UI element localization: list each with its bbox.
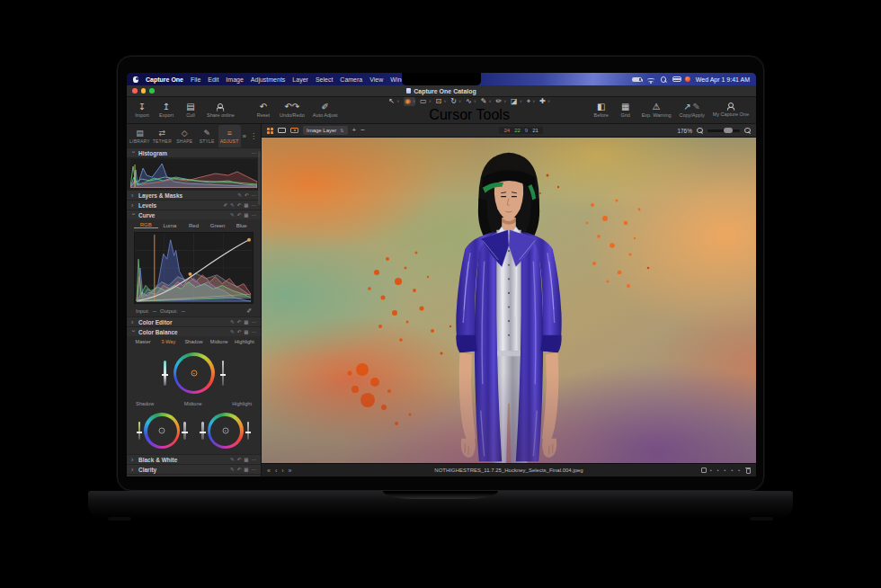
auto-adjust-button[interactable]: ✐ Auto Adjust — [313, 102, 338, 118]
layers-reset-icon[interactable]: ↶ — [245, 192, 249, 198]
menu-image[interactable]: Image — [226, 76, 243, 83]
menubar-clock[interactable]: Wed Apr 1 9:41 AM — [696, 76, 750, 83]
remove-layer-button[interactable]: − — [360, 127, 365, 134]
highlight-saturation-slider[interactable] — [201, 422, 204, 440]
straighten-tool[interactable]: ∿ — [466, 97, 476, 106]
apple-menu-icon[interactable] — [133, 76, 138, 83]
copy-apply-button[interactable]: ↗✎ Copy/Apply — [680, 102, 705, 118]
curve-graph[interactable] — [127, 230, 261, 306]
cb-tab-master[interactable]: Master — [130, 339, 156, 344]
my-capture-one-button[interactable]: My Capture One — [713, 102, 749, 117]
menu-file[interactable]: File — [191, 76, 200, 83]
levels-grid-icon[interactable]: ▦ — [244, 202, 248, 208]
panel-levels-header[interactable]: › Levels ✐ ✎ ↶ ▦ ⋯ — [127, 200, 261, 209]
panel-color-editor-header[interactable]: › Color Editor ✎ ↶ ▦ ⋯ — [127, 316, 261, 326]
sidebar-scrollbar[interactable] — [258, 151, 261, 205]
import-button[interactable]: ↧ Import — [134, 102, 150, 118]
color-balance-more-icon[interactable]: ⋯ — [252, 329, 257, 334]
single-view-icon[interactable] — [278, 128, 286, 134]
shadow-color-wheel[interactable] — [144, 413, 180, 449]
panel-color-balance-header[interactable]: › Color Balance ✎ ↶ ▦ ⋯ — [127, 326, 261, 336]
color-balance-grid-icon[interactable]: ▦ — [244, 329, 248, 334]
tab-tether[interactable]: ⇄ TETHER — [151, 125, 174, 147]
curve-picker-icon[interactable]: ✐ — [246, 307, 252, 315]
curve-grid-icon[interactable]: ▦ — [244, 212, 248, 218]
curve-tab-rgb[interactable]: RGB — [134, 221, 158, 228]
loupe-tool[interactable]: ▭ — [420, 97, 432, 106]
bw-more-icon[interactable]: ⋯ — [252, 457, 257, 462]
cb-tab-shadow[interactable]: Shadow — [181, 339, 206, 344]
menu-layer[interactable]: Layer — [292, 76, 308, 83]
zoom-in-icon[interactable] — [744, 128, 751, 134]
midtone-color-wheel[interactable] — [174, 352, 215, 394]
cb-tab-midtone[interactable]: Midtone — [207, 339, 232, 344]
capture-one-status-icon[interactable] — [685, 76, 690, 82]
battery-icon[interactable] — [632, 77, 642, 82]
panel-clarity-header[interactable]: › Clarity ✎ ↶ ▦ ⋯ — [127, 464, 261, 474]
select-tool[interactable]: ↖ — [388, 97, 399, 106]
rating-dots[interactable]: • • • • • — [710, 468, 742, 473]
tab-adjust[interactable]: ≡ ADJUST — [218, 125, 241, 147]
more-tabs-icon[interactable]: » — [243, 132, 246, 140]
bw-brush-icon[interactable]: ✎ — [230, 457, 235, 462]
tab-style[interactable]: ✎ STYLE — [196, 125, 218, 147]
trash-icon[interactable] — [745, 468, 751, 474]
spotlight-search-icon[interactable] — [661, 76, 667, 82]
rotate-tool[interactable]: ↻ — [450, 97, 461, 106]
panel-histogram-header[interactable]: › Histogram ⋯ — [127, 147, 261, 157]
panel-layers-header[interactable]: › Layers & Masks ✎ ↶ ⋯ — [127, 190, 261, 200]
panel-curve-header[interactable]: › Curve ✎ ↶ ▦ ⋯ — [127, 209, 261, 219]
draw-mask-tool[interactable]: ✎ — [481, 97, 492, 106]
cull-button[interactable]: ▤ Cull — [182, 102, 199, 118]
add-layer-button[interactable]: + — [352, 127, 357, 134]
menu-adjustments[interactable]: Adjustments — [251, 76, 286, 83]
clarity-brush-icon[interactable]: ✎ — [230, 467, 235, 472]
mask-view-icon[interactable] — [290, 128, 298, 134]
menu-view[interactable]: View — [369, 76, 383, 83]
clone-tool[interactable]: ✚ — [539, 97, 550, 106]
bw-grid-icon[interactable]: ▦ — [244, 457, 248, 462]
pan-tool[interactable]: ◉ — [404, 97, 415, 106]
color-editor-reset-icon[interactable]: ↶ — [237, 319, 242, 325]
before-button[interactable]: ◧ Before — [593, 102, 610, 118]
zoom-out-icon[interactable] — [697, 128, 703, 134]
tab-library[interactable]: ▤ LIBRARY — [129, 125, 151, 147]
thumbnails-grid-icon[interactable] — [267, 128, 273, 134]
menu-camera[interactable]: Camera — [340, 76, 362, 83]
clarity-grid-icon[interactable]: ▦ — [244, 467, 248, 472]
color-editor-more-icon[interactable]: ⋯ — [252, 319, 257, 325]
tab-shape[interactable]: ◇ SHAPE — [174, 125, 196, 147]
curve-more-icon[interactable]: ⋯ — [252, 212, 257, 218]
color-editor-brush-icon[interactable]: ✎ — [230, 319, 235, 325]
menu-select[interactable]: Select — [316, 76, 333, 83]
wifi-icon[interactable] — [647, 76, 655, 83]
curve-reset-icon[interactable]: ↶ — [237, 212, 242, 218]
color-editor-grid-icon[interactable]: ▦ — [244, 319, 248, 325]
zoom-level[interactable]: 176% — [677, 128, 692, 134]
gradient-mask-tool[interactable]: ◪ — [511, 97, 522, 106]
shadow-saturation-slider[interactable] — [138, 422, 141, 440]
curve-tab-red[interactable]: Red — [182, 222, 206, 228]
levels-brush-icon[interactable]: ✎ — [230, 202, 235, 208]
levels-dropper-icon[interactable]: ✐ — [223, 202, 227, 208]
menu-capture-one[interactable]: Capture One — [146, 76, 183, 83]
undo-redo-button[interactable]: ↶↷ Undo/Redo — [280, 102, 305, 118]
layer-select[interactable]: Image Layer ⇅ — [303, 126, 348, 135]
shadow-lightness-slider[interactable] — [183, 422, 186, 440]
layers-more-icon[interactable]: ⋯ — [252, 192, 257, 198]
curve-tab-luma[interactable]: Luma — [158, 222, 182, 228]
cb-tab-highlight[interactable]: Highlight — [232, 339, 257, 344]
levels-reset-icon[interactable]: ↶ — [237, 202, 242, 208]
panel-dehaze-header[interactable]: › Dehaze ✎ ↶ ⋯ — [127, 474, 261, 477]
highlight-lightness-slider[interactable] — [247, 422, 250, 440]
control-center-icon[interactable] — [672, 76, 680, 82]
zoom-slider[interactable] — [707, 129, 740, 132]
menu-edit[interactable]: Edit — [208, 76, 218, 83]
midtone-lightness-slider[interactable] — [222, 361, 225, 386]
tab-options-icon[interactable]: ⋮ — [250, 132, 257, 140]
curve-tab-blue[interactable]: Blue — [229, 222, 254, 228]
share-online-button[interactable]: Share online — [207, 103, 235, 118]
color-balance-reset-icon[interactable]: ↶ — [237, 329, 242, 334]
curve-brush-icon[interactable]: ✎ — [230, 212, 235, 218]
image-canvas[interactable] — [262, 138, 756, 463]
